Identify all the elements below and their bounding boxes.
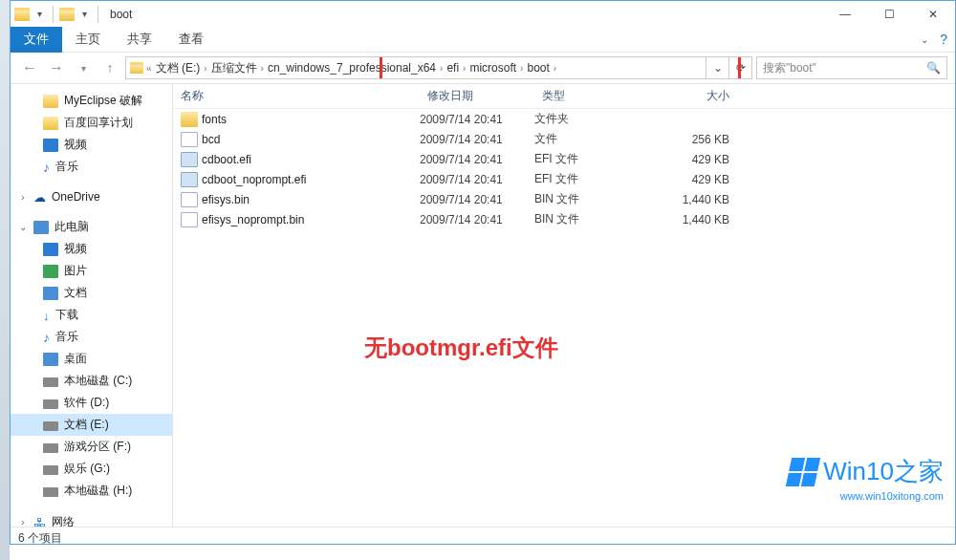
nav-forward-button[interactable]: →	[45, 56, 68, 79]
tree-item-thispc[interactable]: ⌄此电脑	[11, 216, 172, 238]
tree-item[interactable]: 百度回享计划	[11, 112, 172, 134]
expand-icon[interactable]: ›	[18, 517, 28, 527]
file-size: 429 KB	[649, 173, 745, 186]
file-size: 1,440 KB	[649, 213, 745, 226]
file-row[interactable]: efisys.bin2009/7/14 20:41BIN 文件1,440 KB	[173, 189, 955, 209]
address-bar[interactable]: « 文档 (E:) › 压缩文件 › cn_windows_7_professi…	[125, 56, 752, 79]
tree-item[interactable]: 软件 (D:)	[11, 392, 172, 414]
breadcrumb-segment[interactable]: 文档 (E:)	[153, 60, 204, 76]
tree-item[interactable]: 游戏分区 (F:)	[11, 436, 172, 458]
breadcrumb-segment[interactable]: cn_windows_7_professional_x64	[265, 61, 439, 75]
search-icon[interactable]: 🔍	[926, 61, 941, 75]
file-name: cdboot_noprompt.efi	[202, 173, 420, 186]
tree-item[interactable]: 桌面	[11, 348, 172, 370]
video-icon	[43, 139, 58, 152]
file-size: 1,440 KB	[649, 193, 745, 206]
tree-item-selected[interactable]: 文档 (E:)	[11, 414, 172, 436]
breadcrumb-segment[interactable]: efi	[444, 61, 462, 75]
file-row[interactable]: efisys_noprompt.bin2009/7/14 20:41BIN 文件…	[173, 209, 955, 229]
column-name[interactable]: 名称	[173, 88, 420, 104]
annotation-text: 无bootmgr.efi文件	[364, 333, 558, 363]
address-right: ⌄ ⟳	[706, 57, 751, 78]
network-icon: 🖧	[33, 516, 46, 528]
tree-item[interactable]: 本地磁盘 (C:)	[11, 370, 172, 392]
file-size: 429 KB	[649, 153, 745, 166]
maximize-button[interactable]: ☐	[867, 1, 911, 27]
ribbon-file-tab[interactable]: 文件	[11, 27, 62, 53]
minimize-button[interactable]: —	[823, 1, 867, 27]
nav-up-button[interactable]: ↑	[98, 56, 121, 79]
nav-history-dropdown[interactable]: ▾	[72, 56, 95, 79]
drive-icon	[43, 399, 58, 409]
folder-icon	[43, 117, 58, 130]
nav-bar: ← → ▾ ↑ « 文档 (E:) › 压缩文件 › cn_windows_7_…	[11, 53, 955, 84]
divider	[98, 6, 98, 23]
file-row[interactable]: bcd2009/7/14 20:41文件256 KB	[173, 129, 955, 149]
drive-icon	[43, 443, 58, 453]
ribbon-tab-home[interactable]: 主页	[62, 27, 114, 53]
help-icon[interactable]: ?	[940, 32, 947, 47]
file-type: BIN 文件	[534, 211, 649, 227]
pc-icon	[33, 221, 49, 234]
file-row[interactable]: cdboot.efi2009/7/14 20:41EFI 文件429 KB	[173, 149, 955, 169]
desktop-icon	[43, 353, 58, 366]
close-button[interactable]: ✕	[911, 1, 955, 27]
refresh-button[interactable]: ⟳	[728, 57, 751, 78]
column-type[interactable]: 类型	[534, 88, 649, 104]
ribbon-tab-view[interactable]: 查看	[165, 27, 217, 53]
chevron-right-icon[interactable]: «	[145, 63, 153, 74]
tree-item-onedrive[interactable]: ›☁OneDrive	[11, 187, 172, 206]
ribbon: 文件 主页 共享 查看 ⌄ ?	[11, 27, 955, 53]
tree-item[interactable]: MyEclipse 破解	[11, 90, 172, 112]
tree-item[interactable]: 视频	[11, 134, 172, 156]
ribbon-tab-share[interactable]: 共享	[114, 27, 165, 53]
expand-icon[interactable]: ›	[18, 192, 28, 203]
nav-back-button[interactable]: ←	[18, 56, 41, 79]
tree-item[interactable]: 本地磁盘 (H:)	[11, 480, 172, 502]
address-dropdown[interactable]: ⌄	[706, 57, 728, 78]
folder-icon	[59, 8, 75, 21]
breadcrumb-segment[interactable]: microsoft	[467, 61, 519, 75]
file-row[interactable]: fonts2009/7/14 20:41文件夹	[173, 109, 955, 129]
title-bar: ▾ ▾ boot — ☐ ✕	[11, 1, 955, 27]
column-date[interactable]: 修改日期	[420, 88, 534, 104]
breadcrumb-segment[interactable]: boot	[524, 61, 552, 75]
folder-icon	[43, 95, 58, 108]
tree-item[interactable]: ♪音乐	[11, 326, 172, 348]
status-text: 6 个项目	[18, 530, 62, 547]
file-date: 2009/7/14 20:41	[420, 113, 534, 126]
music-icon: ♪	[43, 161, 50, 174]
navigation-sidebar[interactable]: MyEclipse 破解 百度回享计划 视频 ♪音乐 ›☁OneDrive ⌄此…	[11, 84, 173, 527]
drive-icon	[43, 377, 58, 387]
drive-icon	[43, 421, 58, 431]
file-type: 文件	[534, 131, 649, 147]
breadcrumb-segment[interactable]: 压缩文件	[208, 60, 260, 76]
qat-dropdown[interactable]: ▾	[32, 9, 47, 19]
tree-item[interactable]: ♪音乐	[11, 156, 172, 178]
tree-item[interactable]: 文档	[11, 282, 172, 304]
music-icon: ♪	[43, 331, 50, 344]
tree-item[interactable]: 图片	[11, 260, 172, 282]
file-type: BIN 文件	[534, 191, 649, 207]
file-icon	[181, 212, 198, 227]
file-row[interactable]: cdboot_noprompt.efi2009/7/14 20:41EFI 文件…	[173, 169, 955, 189]
folder-icon	[130, 62, 143, 74]
drive-icon	[43, 487, 58, 497]
file-icon	[181, 112, 198, 127]
chevron-right-icon[interactable]: ›	[553, 63, 557, 74]
divider	[53, 6, 54, 23]
tree-item[interactable]: 视频	[11, 238, 172, 260]
collapse-icon[interactable]: ⌄	[18, 222, 28, 232]
file-name: fonts	[202, 113, 420, 126]
documents-icon	[43, 287, 58, 300]
column-size[interactable]: 大小	[649, 88, 745, 104]
search-input[interactable]: 搜索"boot" 🔍	[756, 56, 947, 79]
tree-item[interactable]: ↓下载	[11, 304, 172, 326]
tree-item[interactable]: 娱乐 (G:)	[11, 458, 172, 480]
qat-customise[interactable]: ▾	[76, 9, 92, 19]
pictures-icon	[43, 265, 58, 278]
video-icon	[43, 243, 58, 256]
file-date: 2009/7/14 20:41	[420, 173, 534, 186]
ribbon-expand-icon[interactable]: ⌄	[917, 34, 932, 45]
tree-item-network[interactable]: ›🖧网络	[11, 511, 172, 527]
